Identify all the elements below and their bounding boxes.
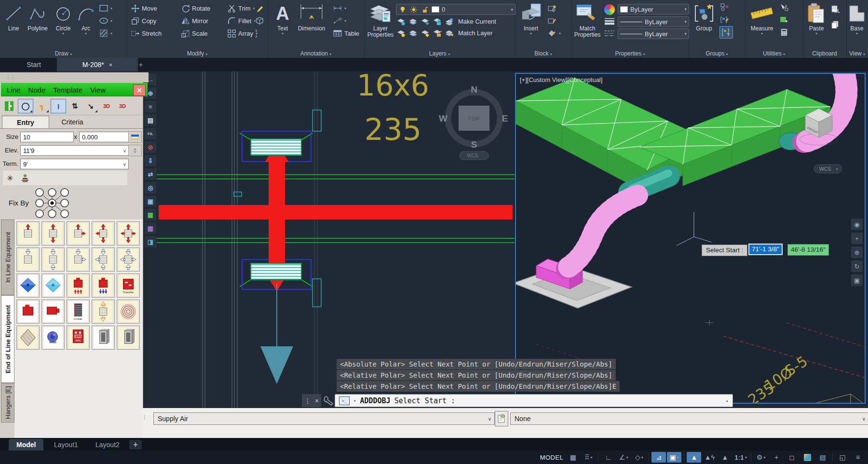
command-prompt-text[interactable]: Select Start : — [394, 396, 455, 405]
mirror-button[interactable]: Mirror — [181, 15, 208, 26]
elev-adjust-button[interactable]: ⇕ — [128, 145, 142, 156]
text-button[interactable]: A Text▾ — [272, 2, 293, 35]
object-snap-tracking-icon[interactable]: ⊿ — [651, 452, 666, 463]
viewport-3d[interactable]: [+][Custom View][Conceptual] — [515, 73, 866, 404]
trim-button[interactable]: Trim▾ — [227, 3, 255, 14]
palette-item-diffuser-2way[interactable] — [41, 221, 65, 246]
fix-by-grid[interactable] — [34, 187, 70, 219]
new-tab-button[interactable]: + — [136, 60, 145, 69]
model-space-button[interactable]: MODEL — [539, 452, 565, 463]
expand-history-icon[interactable]: ▴ — [725, 397, 729, 404]
inspect-icon[interactable]: ◎ — [144, 181, 157, 194]
category-tab-endofline[interactable]: End of Line Equipment — [1, 295, 14, 383]
tab-layout2[interactable]: Layout2 — [88, 439, 127, 450]
customization-menu-icon[interactable]: ≡ — [851, 452, 865, 463]
dimension-button[interactable]: Dimension — [296, 2, 327, 32]
file-tab-drawing[interactable]: M-208* × — [57, 58, 138, 71]
main-supply-duct[interactable] — [159, 205, 513, 219]
layer-unlock2-icon[interactable] — [432, 28, 443, 38]
autoscale-icon[interactable]: ▲ϟ — [702, 452, 717, 463]
rotate-button[interactable]: Rotate — [181, 3, 210, 14]
symmetry-icon[interactable]: ⇅ — [68, 99, 82, 113]
paste-button[interactable]: Paste▾ — [805, 2, 828, 35]
layer-unisolate-icon[interactable] — [408, 28, 419, 38]
grid-snap-icon[interactable]: ▦ — [144, 208, 157, 221]
swap-icon[interactable]: ⇄ — [144, 168, 157, 180]
grid-icon[interactable]: ▦ — [566, 452, 580, 463]
hatch-button[interactable]: ▾ — [99, 28, 112, 39]
layer-dropdown[interactable]: 0 ▾ — [396, 4, 515, 15]
attributes-button[interactable]: ▾ — [548, 28, 561, 39]
graphics-performance-icon[interactable] — [800, 452, 814, 463]
command-terminal-icon[interactable]: ≻_ — [339, 396, 350, 405]
layer-off-icon[interactable] — [396, 17, 407, 26]
palette-item-exhaust-box[interactable] — [16, 300, 40, 324]
move-button[interactable]: Move — [131, 3, 157, 14]
palette-item-supply-grille[interactable] — [67, 273, 90, 298]
palette-item-return-3way[interactable] — [92, 247, 115, 272]
arc-button[interactable]: Arc▾ — [76, 2, 95, 35]
duct-riser-icon[interactable]: I — [51, 99, 66, 113]
circle-button[interactable]: Circle▾ — [52, 2, 74, 35]
palette-toggle-icon[interactable]: ▥ — [144, 222, 157, 234]
layer-on-icon[interactable] — [396, 28, 407, 38]
palette-item-round-diffuser[interactable] — [117, 300, 140, 324]
clean-screen-icon[interactable]: ▤ — [815, 452, 830, 463]
utilities-panel-label[interactable]: Utilities ▾ — [745, 50, 803, 57]
customize-wrench-icon[interactable] — [323, 395, 334, 406]
3d-edit-icon[interactable]: 3D — [115, 99, 130, 113]
system-dropdown[interactable]: Supply Air∨ — [153, 412, 495, 425]
ortho-icon[interactable]: ∟ — [601, 452, 615, 463]
settings-gear-icon[interactable]: ⚙▾ — [754, 452, 768, 463]
table-button[interactable]: Table — [333, 28, 359, 39]
steering-wheel-icon[interactable]: ◉ — [851, 218, 863, 230]
elev-dropdown[interactable]: 11'9∨ — [20, 145, 129, 156]
pan-icon[interactable]: + — [851, 232, 863, 244]
quick-calc-button[interactable] — [780, 27, 788, 38]
properties-panel-label[interactable]: Properties ▾ — [571, 50, 689, 57]
add-scales-icon[interactable]: + — [769, 452, 784, 463]
tab-layout1[interactable]: Layout1 — [46, 439, 86, 450]
layers-panel-label[interactable]: Layers ▾ — [364, 50, 515, 57]
palette-grip[interactable]: ⋮⋮ — [0, 72, 149, 82]
base-button[interactable]: Base▾ — [847, 2, 867, 35]
annotation-scale-button[interactable]: 1:1▾ — [733, 452, 748, 463]
round-duct-icon[interactable]: ◯ — [18, 99, 33, 113]
viewport-2d-plan[interactable]: 16x6 235 TOP N S W E WCS — [157, 71, 515, 408]
menu-line[interactable]: Line — [7, 86, 20, 94]
explode-button[interactable] — [255, 15, 264, 26]
close-command-icon[interactable]: × — [315, 397, 319, 405]
erase-button[interactable] — [255, 3, 264, 14]
palette-item-diffuser-3d-dark[interactable] — [16, 273, 40, 298]
stamp-icon[interactable] — [21, 174, 29, 182]
fill-command-icon[interactable]: FIL — [144, 127, 157, 140]
duct-fitting-icon[interactable]: ┣ — [2, 99, 16, 113]
size2-input[interactable]: 0.000 — [79, 132, 129, 142]
group-select-toggle[interactable] — [719, 26, 733, 39]
linetype-dropdown[interactable]: ByLayer▾ — [618, 28, 689, 39]
palette-item-filter-grille[interactable] — [16, 326, 40, 350]
measure-button[interactable]: Measure▾ — [748, 2, 776, 35]
palette-item-return-1way[interactable] — [16, 247, 40, 272]
bar-grip-icon[interactable]: ⁞ — [144, 414, 145, 420]
palette-item-diffuser-3d-light[interactable] — [41, 273, 65, 298]
leader-button[interactable]: ▾ — [333, 15, 346, 26]
region-icon[interactable]: ▣ — [144, 195, 157, 207]
command-dropdown-icon[interactable]: ▾ — [353, 398, 356, 403]
copy-clip-button[interactable] — [831, 19, 840, 30]
slope-icon[interactable]: ↘ — [83, 99, 98, 113]
size-input[interactable]: 10 — [20, 132, 74, 142]
category-tab-inline[interactable]: In Line Equipment — [1, 219, 14, 295]
layer-freeze-icon[interactable] — [420, 17, 431, 26]
array-button[interactable]: Array▾ — [227, 28, 258, 39]
iso-drafting-icon[interactable]: ◇▾ — [632, 452, 646, 463]
copy-button[interactable]: Copy — [131, 15, 156, 26]
ungroup-button[interactable] — [720, 2, 729, 13]
style-dropdown[interactable]: None∨ — [510, 412, 868, 425]
linear-dimension-button[interactable]: ▾ — [333, 3, 346, 14]
layer-properties-button[interactable]: Layer Properties — [367, 2, 394, 38]
object-snap-icon[interactable]: ▣▾ — [667, 452, 681, 463]
palette-item-return-2way[interactable] — [41, 247, 65, 272]
cut-button[interactable] — [831, 4, 840, 14]
snowflake-icon[interactable]: ✳ — [7, 174, 13, 183]
